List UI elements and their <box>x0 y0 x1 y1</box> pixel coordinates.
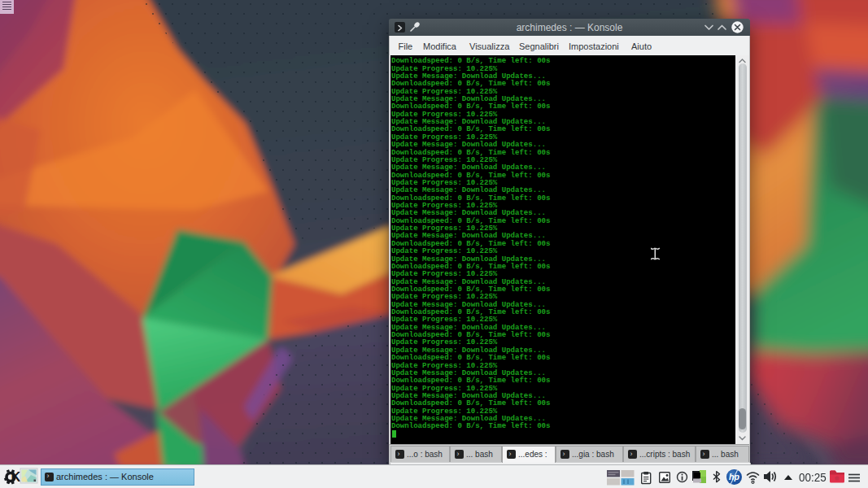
svg-text:K: K <box>11 469 21 484</box>
svg-text:hp: hp <box>729 472 739 481</box>
